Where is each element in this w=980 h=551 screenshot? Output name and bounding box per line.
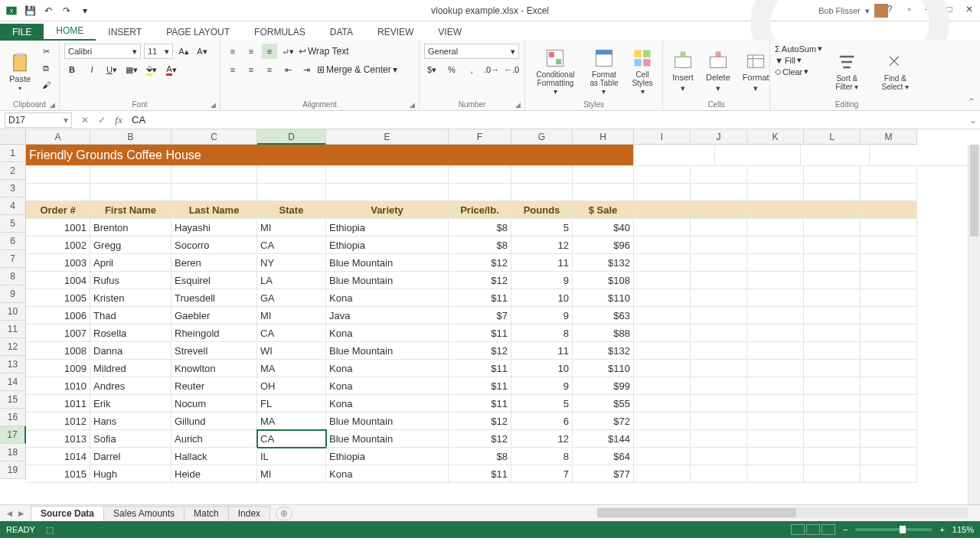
- cell[interactable]: [691, 430, 747, 448]
- format-cells-button[interactable]: Format▾: [738, 44, 774, 99]
- cell[interactable]: [870, 145, 980, 166]
- cell[interactable]: Danna: [90, 342, 172, 360]
- zoom-slider[interactable]: [855, 528, 932, 531]
- cell[interactable]: $11: [449, 377, 511, 395]
- row-header-17[interactable]: 17: [0, 426, 26, 444]
- cell[interactable]: [634, 145, 715, 166]
- cell[interactable]: [804, 184, 861, 201]
- cell[interactable]: [747, 307, 804, 324]
- cell[interactable]: 1004: [26, 272, 90, 289]
- expand-formula-bar-icon[interactable]: ⌄: [966, 115, 980, 126]
- number-launcher-icon[interactable]: ◢: [515, 101, 523, 109]
- fill-color-button[interactable]: ⬙▾: [144, 62, 159, 77]
- cell[interactable]: $11: [449, 465, 511, 483]
- copy-button[interactable]: ⧉: [38, 60, 54, 76]
- cell[interactable]: 1012: [26, 412, 90, 430]
- cell[interactable]: [511, 166, 573, 184]
- cell[interactable]: [691, 307, 747, 324]
- vertical-scrollbar[interactable]: [968, 145, 980, 504]
- cell[interactable]: [747, 254, 804, 272]
- cell[interactable]: $132: [573, 342, 634, 360]
- horizontal-scrollbar[interactable]: [597, 507, 968, 518]
- cell[interactable]: 1010: [26, 377, 90, 395]
- cell[interactable]: Kona: [326, 289, 449, 307]
- redo-button[interactable]: ↷: [58, 2, 75, 19]
- cell[interactable]: Socorro: [172, 236, 257, 254]
- cell[interactable]: Hugh: [90, 465, 172, 483]
- cell[interactable]: [747, 236, 804, 254]
- cell[interactable]: MA: [257, 360, 326, 377]
- cell[interactable]: 10: [511, 360, 573, 377]
- cell[interactable]: [804, 219, 861, 236]
- cell[interactable]: 1011: [26, 395, 90, 412]
- cell[interactable]: Truesdell: [172, 289, 257, 307]
- cell[interactable]: [691, 324, 747, 342]
- cell[interactable]: [691, 289, 747, 307]
- row-header-5[interactable]: 5: [0, 215, 26, 233]
- cell[interactable]: [634, 360, 691, 377]
- cell[interactable]: [804, 289, 861, 307]
- cell[interactable]: Price/lb.: [449, 201, 511, 219]
- cell[interactable]: [691, 184, 747, 201]
- row-header-12[interactable]: 12: [0, 338, 26, 356]
- cell[interactable]: [634, 289, 691, 307]
- insert-function-button[interactable]: fx: [110, 112, 127, 128]
- cell[interactable]: [691, 412, 747, 430]
- row-header-13[interactable]: 13: [0, 356, 26, 373]
- cell[interactable]: $7: [449, 307, 511, 324]
- cell[interactable]: [861, 465, 917, 483]
- row-header-15[interactable]: 15: [0, 391, 26, 409]
- cell[interactable]: CA: [257, 324, 326, 342]
- column-header-J[interactable]: J: [691, 129, 747, 145]
- cell[interactable]: 1015: [26, 465, 90, 483]
- row-header-2[interactable]: 2: [0, 162, 26, 180]
- cell[interactable]: 12: [511, 236, 573, 254]
- sort-filter-button[interactable]: Sort & Filter ▾: [825, 44, 869, 99]
- cell[interactable]: $12: [449, 412, 511, 430]
- cell[interactable]: FL: [257, 395, 326, 412]
- cell[interactable]: MI: [257, 307, 326, 324]
- cell[interactable]: Blue Mountain: [326, 412, 449, 430]
- cell[interactable]: [715, 145, 801, 166]
- cell[interactable]: $96: [573, 236, 634, 254]
- cell[interactable]: $144: [573, 430, 634, 448]
- cell[interactable]: 1013: [26, 430, 90, 448]
- cell[interactable]: [747, 430, 804, 448]
- accounting-format-button[interactable]: $▾: [424, 62, 439, 77]
- cell[interactable]: MA: [257, 412, 326, 430]
- cell[interactable]: Knowlton: [172, 360, 257, 377]
- align-center-button[interactable]: ≡: [243, 62, 259, 77]
- cell[interactable]: [804, 430, 861, 448]
- cell[interactable]: Esquirel: [172, 272, 257, 289]
- cell[interactable]: NY: [257, 254, 326, 272]
- cell[interactable]: [691, 272, 747, 289]
- cell[interactable]: 1002: [26, 236, 90, 254]
- cell[interactable]: [26, 166, 90, 184]
- name-box[interactable]: D17▾: [5, 112, 72, 128]
- cell[interactable]: [90, 166, 172, 184]
- align-right-button[interactable]: ≡: [262, 62, 277, 77]
- cell[interactable]: $12: [449, 272, 511, 289]
- cell[interactable]: First Name: [90, 201, 172, 219]
- cell[interactable]: Aurich: [172, 430, 257, 448]
- cell[interactable]: MI: [257, 219, 326, 236]
- cell[interactable]: Ethiopia: [326, 448, 449, 465]
- cell[interactable]: Kona: [326, 360, 449, 377]
- cell[interactable]: $88: [573, 324, 634, 342]
- row-header-14[interactable]: 14: [0, 373, 26, 391]
- cell[interactable]: [861, 184, 917, 201]
- cell[interactable]: April: [90, 254, 172, 272]
- underline-button[interactable]: U▾: [104, 62, 119, 77]
- cell[interactable]: Kona: [326, 465, 449, 483]
- customize-qat-icon[interactable]: ▾: [77, 2, 93, 19]
- font-launcher-icon[interactable]: ◢: [211, 101, 218, 109]
- cell[interactable]: Beren: [172, 254, 257, 272]
- format-painter-button[interactable]: 🖌: [38, 77, 54, 93]
- cell[interactable]: [634, 307, 691, 324]
- cell[interactable]: CA: [257, 236, 326, 254]
- row-header-3[interactable]: 3: [0, 180, 26, 197]
- minimize-button[interactable]: —: [920, 2, 939, 17]
- cell[interactable]: [804, 201, 861, 219]
- macro-record-icon[interactable]: ⬚: [46, 525, 54, 535]
- cell[interactable]: Heide: [172, 465, 257, 483]
